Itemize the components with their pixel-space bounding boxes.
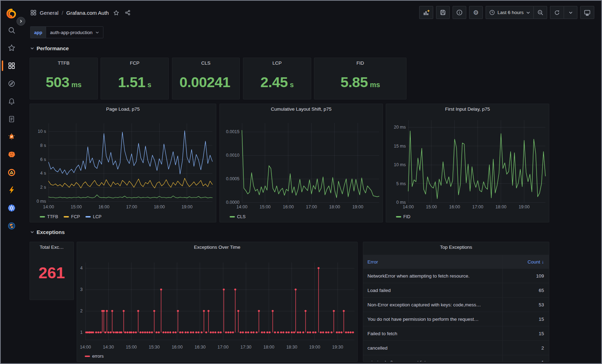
count-cell: 53 bbox=[502, 298, 549, 312]
row-header-exceptions[interactable]: Exceptions bbox=[30, 229, 65, 235]
count-cell: 2 bbox=[502, 341, 549, 355]
dashboard-settings-button[interactable]: ⚙ bbox=[469, 6, 483, 19]
sidebar-item-oncall[interactable] bbox=[1, 129, 23, 145]
exceptions-chart[interactable]: 14:0014:3015:0015:3016:0016:3017:0017:30… bbox=[77, 242, 358, 362]
legend-item-fcp[interactable]: FCP bbox=[64, 214, 80, 219]
panel-title[interactable]: FCP bbox=[101, 60, 168, 66]
stat-number: 2.45 bbox=[261, 74, 288, 91]
favorite-star-button[interactable] bbox=[113, 10, 119, 16]
legend-swatch bbox=[396, 216, 401, 217]
variable-value-dropdown[interactable]: auth-app-production bbox=[46, 26, 103, 38]
table-row: Failed to fetch15 bbox=[363, 326, 549, 341]
page-load-chart[interactable]: 14:0015:0016:0017:0018:0019:000 ms2 s4 s… bbox=[30, 104, 216, 222]
sidebar-item-alerting[interactable] bbox=[1, 94, 23, 109]
table-header: Error Count ↓ bbox=[363, 255, 549, 269]
incident-icon bbox=[7, 168, 16, 177]
count-cell: 15 bbox=[502, 312, 549, 326]
legend-item-errors[interactable]: errors bbox=[85, 354, 104, 359]
column-header-error[interactable]: Error bbox=[363, 259, 502, 265]
panel-title[interactable]: LCP bbox=[243, 60, 311, 66]
star-icon bbox=[8, 44, 15, 52]
sidebar-expand-button[interactable] bbox=[17, 17, 25, 26]
fid-chart[interactable]: 14:0015:0016:0017:0018:0019:000 ms5 ms10… bbox=[386, 104, 549, 222]
count-cell: 15 bbox=[502, 326, 549, 340]
svg-text:17:00: 17:00 bbox=[126, 204, 137, 209]
breadcrumb-section[interactable]: General bbox=[40, 10, 58, 16]
cls-chart[interactable]: 14:0015:0016:0017:0018:0019:000.00000.00… bbox=[220, 104, 383, 222]
chevron-down-icon bbox=[526, 11, 530, 15]
sidebar-item-documentation[interactable] bbox=[1, 111, 23, 127]
share-button[interactable] bbox=[124, 9, 131, 16]
count-cell: 1 bbox=[502, 355, 549, 362]
search-icon bbox=[8, 26, 15, 34]
save-icon bbox=[440, 9, 446, 16]
sidebar-item-kubernetes[interactable] bbox=[1, 200, 23, 216]
count-cell: 65 bbox=[502, 283, 549, 297]
svg-text:16:00: 16:00 bbox=[98, 204, 109, 209]
column-header-count[interactable]: Count ↓ bbox=[502, 255, 549, 269]
sidebar-item-k6[interactable] bbox=[1, 182, 23, 198]
chart-legend: CLS bbox=[230, 214, 245, 219]
svg-text:15:00: 15:00 bbox=[426, 204, 437, 209]
svg-text:0.0010: 0.0010 bbox=[226, 153, 239, 158]
zoom-out-button[interactable] bbox=[533, 6, 547, 19]
panel-title[interactable]: CLS bbox=[172, 60, 239, 66]
legend-item-fid[interactable]: FID bbox=[396, 214, 410, 219]
row-header-performance[interactable]: Performance bbox=[30, 45, 69, 51]
sidebar bbox=[1, 1, 23, 363]
sidebar-item-machine-learning[interactable] bbox=[1, 147, 23, 162]
svg-text:2 s: 2 s bbox=[40, 185, 46, 190]
time-range-picker[interactable]: Last 6 hours bbox=[486, 6, 533, 19]
sidebar-item-dashboards[interactable] bbox=[1, 58, 23, 73]
legend-item-cls[interactable]: CLS bbox=[230, 214, 245, 219]
bell-icon bbox=[8, 98, 15, 105]
add-panel-button[interactable] bbox=[419, 6, 433, 19]
sidebar-item-incident[interactable] bbox=[1, 165, 23, 180]
error-cell: cancelled bbox=[363, 345, 502, 351]
chevron-down-icon bbox=[30, 230, 34, 234]
table-row: Load failed65 bbox=[363, 283, 549, 298]
active-indicator bbox=[2, 60, 3, 71]
svg-text:18:30: 18:30 bbox=[286, 345, 297, 350]
svg-text:19:00: 19:00 bbox=[519, 204, 530, 209]
sidebar-item-starred[interactable] bbox=[1, 40, 23, 56]
column-label: Count bbox=[527, 259, 540, 265]
sidebar-item-explore[interactable] bbox=[1, 76, 23, 91]
gear-icon: ⚙ bbox=[473, 9, 479, 16]
svg-text:8 s: 8 s bbox=[40, 143, 46, 148]
legend-item-ttfb[interactable]: TTFB bbox=[40, 214, 58, 219]
dashboard-insights-button[interactable] bbox=[453, 6, 466, 19]
stat-unit: ms bbox=[370, 81, 380, 89]
svg-text:18:00: 18:00 bbox=[154, 204, 165, 209]
svg-text:14:00: 14:00 bbox=[43, 204, 54, 209]
stat-number: 0.00241 bbox=[179, 74, 230, 91]
stat-number: 5.85 bbox=[340, 74, 368, 91]
kiosk-mode-button[interactable] bbox=[580, 6, 594, 19]
stat-number: 1.51 bbox=[118, 74, 146, 91]
save-dashboard-button[interactable] bbox=[436, 6, 450, 19]
oncall-bell-icon bbox=[7, 133, 16, 141]
refresh-interval-button[interactable] bbox=[564, 6, 577, 19]
refresh-button[interactable] bbox=[550, 6, 564, 19]
chart-legend: TTFBFCPLCP bbox=[40, 214, 102, 219]
template-variables: app auth-app-production bbox=[30, 26, 103, 38]
panel-title[interactable]: Top Exceptions bbox=[363, 245, 549, 250]
svg-text:19:30: 19:30 bbox=[332, 345, 343, 350]
count-cell: 109 bbox=[502, 269, 549, 283]
panel-title[interactable]: FID bbox=[314, 60, 406, 66]
svg-text:14:00: 14:00 bbox=[403, 204, 414, 209]
legend-item-lcp[interactable]: LCP bbox=[85, 214, 101, 219]
svg-text:0.0000: 0.0000 bbox=[226, 200, 239, 205]
svg-text:14:00: 14:00 bbox=[80, 345, 91, 350]
svg-text:6 s: 6 s bbox=[40, 157, 46, 162]
svg-text:17:00: 17:00 bbox=[218, 345, 229, 350]
stat-unit: s bbox=[290, 81, 294, 89]
svg-text:0 ms: 0 ms bbox=[37, 199, 46, 204]
svg-text:19:00: 19:00 bbox=[181, 204, 192, 209]
table-row: cancelled2 bbox=[363, 341, 549, 355]
panel-title[interactable]: Total Exc… bbox=[30, 245, 73, 250]
legend-label: LCP bbox=[93, 214, 101, 219]
dashboard-title[interactable]: Grafana.com Auth bbox=[66, 10, 109, 16]
panel-title[interactable]: TTFB bbox=[30, 60, 97, 66]
sidebar-item-synthetic-monitoring[interactable] bbox=[1, 218, 23, 234]
